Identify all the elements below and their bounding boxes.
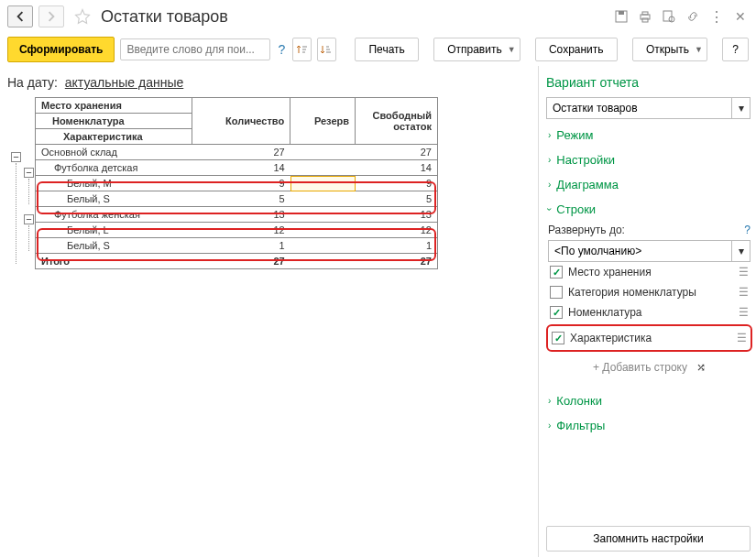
table-row[interactable]: Футболка женская1313 [36, 207, 438, 223]
open-button[interactable]: Открыть▼ [632, 38, 707, 61]
add-row-button[interactable]: + Добавить строку ⤮ [548, 354, 751, 381]
save-icon[interactable] [613, 8, 630, 25]
settings-pane: Вариант отчета ▾ ›Режим ›Настройки ›Диаг… [538, 66, 756, 557]
col-reserve: Резерв [290, 98, 356, 145]
more-icon[interactable]: ⋮ [708, 8, 725, 25]
config-icon[interactable]: ☰ [737, 332, 747, 344]
svg-rect-3 [642, 12, 648, 15]
section-settings[interactable]: ›Настройки [546, 147, 751, 169]
preview-icon[interactable] [661, 8, 677, 25]
highlight-box: ✓Характеристика ☰ [546, 324, 752, 352]
table-row[interactable]: Основной склад2727 [36, 145, 438, 160]
open-label: Открыть [646, 43, 689, 56]
link-icon[interactable] [685, 8, 701, 25]
col-characteristic: Характеристика [36, 129, 192, 145]
variant-input[interactable] [546, 97, 732, 119]
table-row[interactable]: Футболка детская1414 [36, 160, 438, 176]
expand-select[interactable]: ▾ [548, 240, 751, 262]
remember-settings-button[interactable]: Запомнить настройки [546, 526, 751, 552]
form-button[interactable]: Сформировать [7, 37, 115, 62]
sort-asc-button[interactable] [292, 38, 312, 61]
config-icon[interactable]: ☰ [739, 306, 749, 319]
col-qty: Количество [192, 98, 290, 145]
section-filters[interactable]: ›Фильтры [546, 413, 751, 434]
save-button[interactable]: Сохранить [535, 38, 618, 61]
report-pane: На дату: актуальные данные − − − Место х… [0, 66, 538, 557]
table-row[interactable]: Белый, L1212 [36, 223, 438, 238]
table-row[interactable]: Белый, S55 [36, 191, 438, 207]
help-icon[interactable]: ? [744, 224, 751, 236]
date-label: На дату: [7, 75, 58, 90]
row-item-location[interactable]: ✓Место хранения ☰ [548, 262, 751, 282]
page-title: Остатки товаров [101, 7, 228, 27]
expand-to-label: Развернуть до: [548, 224, 625, 236]
print-icon[interactable] [637, 8, 653, 25]
checkbox-icon[interactable] [550, 286, 563, 299]
col-free: Свободный остаток [356, 98, 438, 145]
help-button[interactable]: ? [722, 38, 749, 61]
toolbar: Сформировать ? Печать Отправить▼ Сохрани… [0, 33, 756, 66]
checkbox-icon[interactable]: ✓ [552, 332, 564, 344]
close-icon[interactable]: ✕ [732, 8, 749, 25]
section-rows[interactable]: ›Строки [546, 197, 751, 218]
expand-toggle[interactable]: − [24, 168, 34, 178]
search-help-icon[interactable]: ? [278, 42, 285, 57]
row-item-characteristic[interactable]: ✓Характеристика ☰ [550, 328, 749, 348]
col-nomenclature: Номенклатура [36, 114, 192, 129]
expand-toggle[interactable]: − [11, 152, 21, 162]
expand-input[interactable] [548, 240, 732, 262]
config-icon[interactable]: ☰ [739, 286, 749, 299]
chevron-right-icon: › [548, 180, 551, 190]
row-item-nomenclature[interactable]: ✓Номенклатура ☰ [548, 302, 751, 322]
chevron-right-icon: › [548, 130, 551, 140]
chevron-right-icon: › [548, 396, 551, 406]
table-row[interactable]: Белый, S11 [36, 238, 438, 254]
expand-toggle[interactable]: − [24, 214, 34, 224]
chevron-right-icon: › [548, 155, 551, 165]
section-diagram[interactable]: ›Диаграмма [546, 172, 751, 193]
chevron-down-icon[interactable]: ▾ [732, 97, 751, 119]
send-label: Отправить [447, 43, 502, 56]
row-item-category[interactable]: Категория номенклатуры ☰ [548, 282, 751, 302]
send-button[interactable]: Отправить▼ [433, 38, 520, 61]
variant-title: Вариант отчета [546, 75, 751, 90]
chevron-down-icon: ▼ [695, 45, 703, 54]
chevron-right-icon: › [548, 420, 551, 431]
section-mode[interactable]: ›Режим [546, 123, 751, 144]
nav-forward-button[interactable] [38, 5, 64, 27]
sort-desc-button[interactable] [317, 38, 336, 61]
header-bar: Остатки товаров ⋮ ✕ [0, 0, 756, 33]
col-location: Место хранения [36, 98, 192, 114]
report-table: Место хранения Количество Резерв Свободн… [35, 97, 438, 269]
table-row[interactable]: Белый, M99 [36, 176, 438, 191]
chevron-down-icon[interactable]: ▾ [732, 240, 751, 262]
date-value-link[interactable]: актуальные данные [65, 75, 183, 90]
chevron-down-icon: › [544, 208, 554, 211]
config-icon[interactable]: ☰ [739, 266, 749, 278]
date-filter: На дату: актуальные данные [7, 75, 531, 90]
print-button[interactable]: Печать [355, 38, 418, 61]
variant-select[interactable]: ▾ [546, 97, 751, 119]
section-columns[interactable]: ›Колонки [546, 388, 751, 410]
svg-rect-1 [619, 11, 624, 15]
favorite-star-icon[interactable] [73, 7, 92, 26]
nav-back-button[interactable] [7, 5, 33, 27]
search-input[interactable] [120, 38, 270, 60]
checkbox-icon[interactable]: ✓ [550, 266, 563, 278]
shuffle-icon[interactable]: ⤮ [696, 361, 706, 374]
svg-rect-5 [663, 11, 672, 21]
checkbox-icon[interactable]: ✓ [550, 306, 563, 319]
table-total-row: Итого2727 [36, 254, 438, 269]
chevron-down-icon: ▼ [508, 45, 516, 54]
rows-panel: Развернуть до:? ▾ ✓Место хранения ☰ Кате… [546, 222, 751, 385]
